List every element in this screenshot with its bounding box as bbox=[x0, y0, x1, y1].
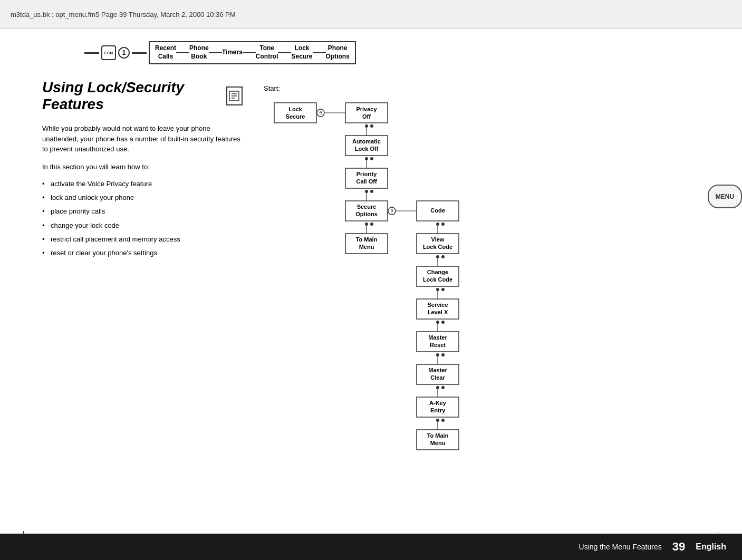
svg-point-25 bbox=[365, 190, 368, 193]
svg-point-67 bbox=[441, 353, 445, 356]
nav-box-container: RecentCalls PhoneBook Timers ToneControl… bbox=[149, 41, 356, 64]
svg-text:Service: Service bbox=[427, 302, 448, 308]
svg-point-48 bbox=[436, 255, 439, 258]
svg-text:Off: Off bbox=[362, 113, 371, 120]
svg-text:Code: Code bbox=[430, 207, 445, 214]
svg-text:Lock Code: Lock Code bbox=[423, 244, 452, 250]
svg-point-20 bbox=[370, 157, 373, 160]
body-text-1: While you probably would not want to lea… bbox=[42, 123, 243, 155]
nav-dash2 bbox=[132, 52, 147, 54]
bullet-item-3: place priority calls bbox=[42, 207, 243, 216]
svg-point-26 bbox=[370, 190, 373, 193]
nav-line-1 bbox=[176, 52, 189, 53]
svg-text:Entry: Entry bbox=[430, 407, 446, 413]
svg-text:View: View bbox=[431, 236, 445, 243]
nav-dash bbox=[84, 52, 99, 54]
svg-text:To Main: To Main bbox=[356, 236, 378, 243]
svg-text:Reset: Reset bbox=[430, 342, 446, 348]
right-column: Start: .node-rect { fill: white; stroke:… bbox=[264, 79, 700, 528]
fcn-icon: FCN bbox=[101, 45, 116, 60]
nav-label-recent-calls: RecentCalls bbox=[155, 44, 176, 61]
svg-point-60 bbox=[436, 321, 439, 324]
main-content: Using Lock/Security Features While you p… bbox=[42, 79, 700, 528]
svg-text:Menu: Menu bbox=[430, 440, 446, 446]
svg-text:Secure: Secure bbox=[357, 204, 377, 210]
nav-line-2 bbox=[209, 52, 222, 53]
bullet-list: activate the Voice Privacy feature lock … bbox=[42, 179, 243, 258]
svg-point-72 bbox=[436, 386, 439, 389]
svg-text:Menu: Menu bbox=[359, 244, 374, 250]
nav-start: FCN 1 RecentCalls PhoneBook Timers ToneC… bbox=[84, 41, 356, 64]
nav-label-phone-options: PhoneOptions bbox=[326, 44, 350, 61]
svg-point-19 bbox=[365, 157, 368, 160]
svg-text:Change: Change bbox=[427, 269, 448, 275]
svg-point-14 bbox=[370, 124, 373, 128]
svg-point-61 bbox=[441, 321, 445, 324]
nav-label-phone-book: PhoneBook bbox=[189, 44, 209, 61]
svg-text:Priority: Priority bbox=[356, 171, 377, 177]
nav-label-timers: Timers bbox=[222, 49, 243, 57]
svg-text:Secure: Secure bbox=[286, 113, 305, 120]
svg-text:Level X: Level X bbox=[428, 309, 448, 315]
nav-step-tone-control: ToneControl bbox=[256, 44, 278, 61]
page-title: Using Lock/Security Features bbox=[42, 79, 243, 113]
bullet-item-1: activate the Voice Privacy feature bbox=[42, 179, 243, 189]
svg-text:Call Off: Call Off bbox=[356, 178, 377, 185]
nav-label-tone-control: ToneControl bbox=[256, 44, 278, 61]
svg-point-37 bbox=[370, 223, 373, 226]
nav-step-timers: Timers bbox=[222, 49, 243, 57]
svg-point-13 bbox=[365, 124, 368, 128]
svg-text:Lock: Lock bbox=[288, 106, 303, 112]
svg-text:Lock Code: Lock Code bbox=[423, 276, 452, 283]
number-icon: 1 bbox=[118, 47, 130, 59]
svg-text:Lock Off: Lock Off bbox=[355, 146, 379, 152]
svg-point-73 bbox=[441, 386, 445, 389]
svg-point-79 bbox=[441, 419, 445, 422]
bullet-item-4: change your lock code bbox=[42, 221, 243, 230]
bottom-bar: Using the Menu Features 39 English bbox=[0, 534, 742, 560]
nav-step-recent-calls: RecentCalls bbox=[155, 44, 176, 61]
svg-text:Options: Options bbox=[355, 211, 378, 217]
svg-point-49 bbox=[441, 255, 445, 258]
svg-text:Privacy: Privacy bbox=[356, 106, 377, 112]
svg-text:Clear: Clear bbox=[430, 374, 445, 381]
nav-line-5 bbox=[313, 52, 326, 53]
nav-label-lock-secure: LockSecure bbox=[291, 44, 312, 61]
svg-text:To Main: To Main bbox=[427, 432, 449, 439]
svg-point-36 bbox=[365, 223, 368, 226]
title-icon bbox=[226, 86, 243, 105]
svg-point-43 bbox=[441, 223, 445, 226]
svg-point-78 bbox=[436, 419, 439, 422]
bottom-language: English bbox=[696, 542, 726, 552]
menu-button[interactable]: MENU bbox=[708, 185, 742, 208]
svg-point-42 bbox=[436, 223, 439, 226]
svg-point-54 bbox=[436, 288, 439, 291]
flow-diagram: .node-rect { fill: white; stroke: #333; … bbox=[264, 98, 485, 498]
nav-line-3 bbox=[243, 52, 256, 53]
bullet-item-2: lock and unlock your phone bbox=[42, 193, 243, 202]
svg-point-55 bbox=[441, 288, 445, 291]
bottom-page-number: 39 bbox=[672, 540, 685, 554]
nav-area: FCN 1 RecentCalls PhoneBook Timers ToneC… bbox=[84, 34, 679, 71]
svg-text:Automatic: Automatic bbox=[352, 138, 381, 144]
body-text-2: In this section you will learn how to: bbox=[42, 162, 243, 172]
nav-step-lock-secure: LockSecure bbox=[291, 44, 312, 61]
svg-text:Master: Master bbox=[428, 334, 447, 341]
bullet-item-5: restrict call placement and memory acces… bbox=[42, 235, 243, 244]
left-column: Using Lock/Security Features While you p… bbox=[42, 79, 264, 528]
svg-text:θ: θ bbox=[320, 110, 322, 115]
svg-text:A-Key: A-Key bbox=[429, 400, 447, 406]
header-bar: m3tda_us.bk : opt_menu.fm5 Page 39 Thurs… bbox=[0, 0, 742, 29]
svg-text:Master: Master bbox=[428, 367, 447, 373]
nav-step-phone-book: PhoneBook bbox=[189, 44, 209, 61]
nav-line-4 bbox=[278, 52, 291, 53]
svg-point-66 bbox=[436, 353, 439, 356]
bullet-item-6: reset or clear your phone's settings bbox=[42, 248, 243, 258]
bottom-page-text: Using the Menu Features bbox=[579, 543, 662, 551]
nav-step-phone-options: PhoneOptions bbox=[326, 44, 350, 61]
start-label: Start: bbox=[264, 84, 280, 92]
header-text: m3tda_us.bk : opt_menu.fm5 Page 39 Thurs… bbox=[11, 11, 236, 18]
svg-text:θ: θ bbox=[391, 208, 393, 214]
